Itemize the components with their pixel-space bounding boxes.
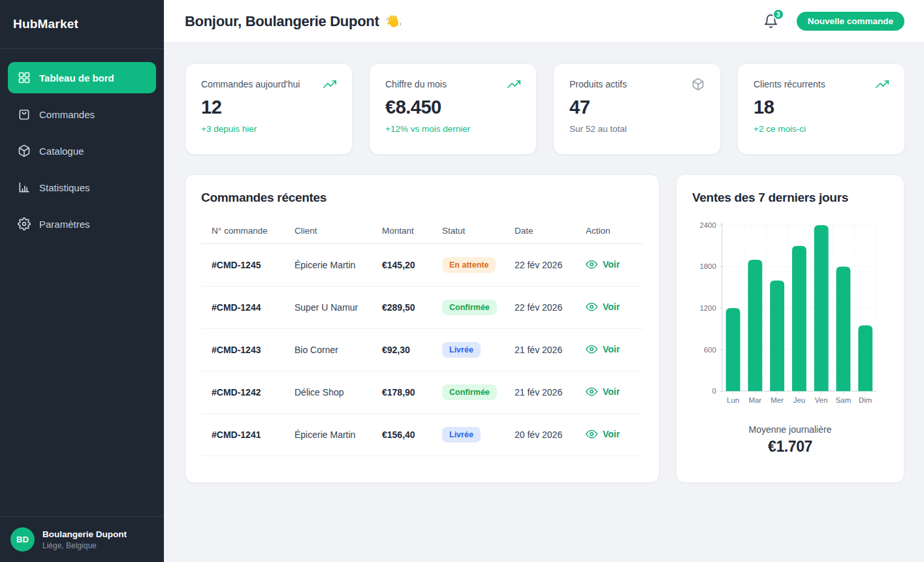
stat-card-header: Clients récurrents [754, 78, 889, 91]
bar-sam [836, 266, 851, 391]
user-name: Boulangerie Dupont [42, 529, 127, 539]
table-row: #CMD-1242Délice Shop€178,90Confirmée21 f… [201, 371, 643, 414]
user-info: Boulangerie Dupont Liège, Belgique [42, 529, 127, 550]
order-id: #CMD-1241 [212, 429, 295, 440]
order-id: #CMD-1244 [212, 302, 295, 313]
column-header: Date [515, 226, 586, 236]
notifications-bell-icon[interactable]: 3 [763, 14, 778, 29]
stat-value: 12 [201, 97, 336, 118]
shopping-bag-icon [18, 108, 31, 121]
orders-panel-title: Commandes récentes [201, 191, 643, 205]
wave-emoji-icon [385, 13, 402, 30]
dashboard-icon [18, 71, 31, 84]
stat-delta: Sur 52 au total [569, 124, 705, 134]
view-order-button[interactable]: Voir [586, 343, 620, 355]
eye-icon [586, 428, 597, 440]
package-icon [18, 144, 31, 157]
order-amount: €156,40 [382, 429, 442, 440]
svg-text:Lun: Lun [727, 396, 739, 404]
order-client: Épicerie Martin [295, 429, 382, 440]
new-order-button[interactable]: Nouvelle commande [797, 12, 904, 31]
svg-text:Dim: Dim [859, 396, 872, 404]
order-client: Super U Namur [295, 302, 382, 313]
order-action-cell: Voir [586, 386, 643, 399]
topbar-actions: 3 Nouvelle commande [763, 12, 904, 31]
trending-up-icon [876, 78, 889, 91]
sidebar-item-label: Paramètres [39, 219, 90, 230]
view-order-button[interactable]: Voir [586, 428, 620, 440]
stat-card-header: Produits actifs [569, 78, 705, 91]
stat-value: €8.450 [385, 97, 520, 118]
order-status-cell: Confirmée [442, 384, 515, 400]
order-status-cell: Livrée [442, 427, 515, 443]
sidebar: HubMarket Tableau de bordCommandesCatalo… [0, 0, 164, 562]
table-row: #CMD-1243Bio Corner€92,30Livrée21 fév 20… [201, 329, 643, 371]
stat-value: 47 [569, 97, 705, 118]
sales-chart-panel: Ventes des 7 derniers jours 060012001800… [676, 174, 904, 483]
view-order-button[interactable]: Voir [586, 258, 620, 270]
order-date: 20 fév 2026 [515, 429, 586, 440]
stat-card-header: Chiffre du mois [385, 78, 520, 91]
notification-count-badge: 3 [773, 8, 784, 20]
order-client: Délice Shop [295, 387, 382, 398]
order-date: 21 fév 2026 [515, 387, 586, 398]
stat-label: Chiffre du mois [385, 79, 447, 89]
user-profile[interactable]: BD Boulangerie Dupont Liège, Belgique [0, 516, 164, 562]
table-row: #CMD-1245Épicerie Martin€145,20En attent… [201, 244, 643, 287]
bar-ven [814, 225, 829, 391]
svg-text:Sam: Sam [836, 396, 851, 404]
order-action-cell: Voir [586, 258, 643, 272]
chart-container: 0600120018002400LunMarMerJeuVenSamDim [692, 215, 888, 411]
svg-text:Mar: Mar [749, 396, 762, 404]
orders-table-header: N° commandeClientMontantStatutDateAction [201, 218, 643, 244]
order-client: Épicerie Martin [295, 260, 382, 270]
bar-dim [858, 326, 872, 392]
gear-icon [18, 217, 31, 230]
app-logo: HubMarket [0, 0, 164, 49]
sidebar-item-gear[interactable]: Paramètres [8, 208, 156, 240]
order-id: #CMD-1245 [212, 260, 295, 270]
order-status-cell: Livrée [442, 342, 515, 358]
sidebar-item-shopping-bag[interactable]: Commandes [8, 99, 156, 130]
sidebar-item-dashboard[interactable]: Tableau de bord [8, 62, 156, 93]
daily-average-label: Moyenne journalière [692, 424, 888, 435]
stats-row: Commandes aujourd'hui12+3 depuis hierChi… [185, 63, 905, 155]
order-status-cell: Confirmée [442, 300, 515, 315]
view-order-label: Voir [603, 344, 620, 354]
column-header: Statut [442, 226, 515, 236]
trending-up-icon [323, 78, 336, 91]
recent-orders-panel: Commandes récentes N° commandeClientMont… [185, 174, 660, 483]
sidebar-item-package[interactable]: Catalogue [8, 135, 156, 166]
chart-footer: Moyenne journalière €1.707 [692, 424, 888, 456]
order-action-cell: Voir [586, 301, 643, 315]
bar-lun [726, 308, 741, 391]
stat-delta: +12% vs mois dernier [385, 124, 520, 134]
page-title: Bonjour, Boulangerie Dupont [185, 13, 402, 30]
stat-value: 18 [754, 97, 889, 118]
view-order-button[interactable]: Voir [586, 386, 620, 398]
sales-bar-chart: 0600120018002400LunMarMerJeuVenSamDim [692, 215, 888, 411]
status-badge: En attente [442, 257, 496, 273]
dashboard-content: Commandes aujourd'hui12+3 depuis hierChi… [164, 43, 924, 483]
svg-text:0: 0 [712, 387, 716, 395]
bar-mer [770, 281, 784, 392]
status-badge: Confirmée [442, 300, 497, 315]
sidebar-item-label: Statistiques [39, 182, 90, 193]
chart-title: Ventes des 7 derniers jours [692, 191, 888, 205]
package-icon [692, 78, 705, 91]
svg-text:600: 600 [704, 346, 716, 354]
sidebar-item-bar-chart[interactable]: Statistiques [8, 172, 156, 203]
stat-card-header: Commandes aujourd'hui [201, 78, 336, 91]
stat-label: Produits actifs [569, 79, 627, 89]
bar-chart-icon [18, 181, 31, 194]
svg-text:Ven: Ven [815, 396, 828, 404]
svg-text:1800: 1800 [699, 262, 716, 270]
svg-text:2400: 2400 [699, 221, 716, 229]
bar-jeu [792, 246, 806, 392]
orders-table: N° commandeClientMontantStatutDateAction… [201, 218, 643, 456]
avatar: BD [10, 527, 35, 552]
order-action-cell: Voir [586, 343, 643, 357]
stat-delta: +3 depuis hier [201, 124, 336, 134]
view-order-button[interactable]: Voir [586, 301, 620, 313]
column-header: Montant [382, 226, 442, 236]
